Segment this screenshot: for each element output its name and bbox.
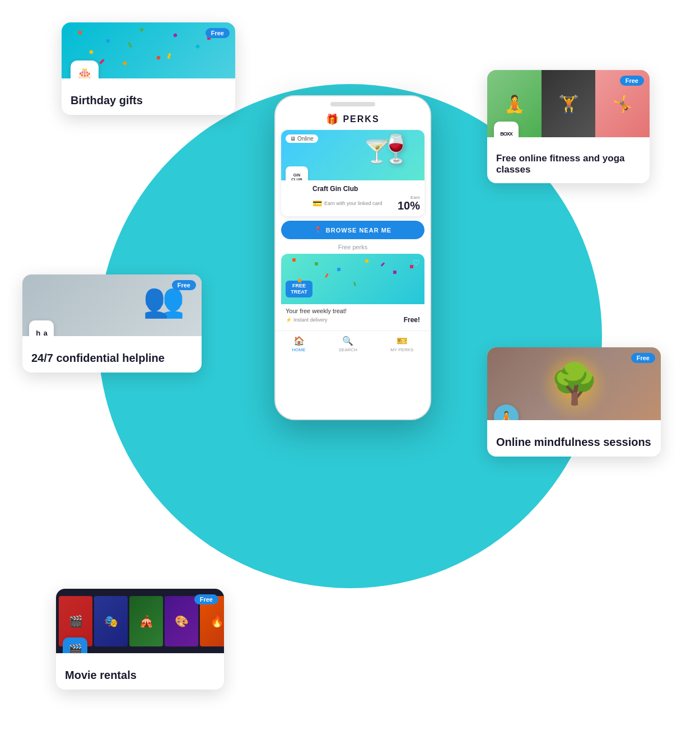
nav-search[interactable]: 🔍 SEARCH xyxy=(339,336,357,352)
helpline-title: 24/7 confidential helpline xyxy=(31,352,193,365)
mindfulness-logo: 🧘 xyxy=(494,404,519,420)
mindfulness-card-image: 🌳 Free 🧘 xyxy=(487,347,661,420)
helpline-free-badge: Free xyxy=(172,280,196,290)
phone-nav: 🏠 HOME 🔍 SEARCH 🎫 MY PERKS xyxy=(276,331,430,355)
free-treat-card[interactable]: ♡ FREE TREAT Your free weekly treat! ⚡ I… xyxy=(281,254,424,327)
mindfulness-free-badge: Free xyxy=(631,353,655,363)
phone-mockup: 🎁 PERKS 🖥 Online GINCLUB Craft Gin Club xyxy=(274,95,431,420)
perks-title: PERKS xyxy=(343,114,379,124)
search-icon: 🔍 xyxy=(342,336,353,346)
movies-title: Movie rentals xyxy=(65,669,215,682)
free-perks-label: Free perks xyxy=(281,244,424,250)
browse-btn-label: BROWSE NEAR ME xyxy=(326,227,391,234)
movies-logo: 🎬 xyxy=(63,637,87,653)
movies-free-badge: Free xyxy=(194,594,218,604)
birthday-free-badge: Free xyxy=(206,28,230,38)
mindfulness-card-body: Online mindfulness sessions xyxy=(487,420,661,457)
online-badge: 🖥 Online xyxy=(286,134,318,143)
fitness-title: Free online fitness and yoga classes xyxy=(496,153,641,175)
helpline-logo: h_a xyxy=(29,320,54,336)
mindfulness-tree: 🌳 xyxy=(550,361,599,407)
delivery-info: ⚡ Instant delivery xyxy=(286,317,328,323)
nav-my-perks[interactable]: 🎫 MY PERKS xyxy=(390,336,413,352)
gin-logo: GINCLUB xyxy=(286,166,308,180)
craft-gin-title: Craft Gin Club xyxy=(312,185,420,193)
heart-icon[interactable]: ♡ xyxy=(413,258,420,267)
birthday-title: Birthday gifts xyxy=(71,94,226,107)
movies-card-body: Movie rentals xyxy=(56,653,224,690)
treat-confetti xyxy=(281,254,424,304)
fitness-card[interactable]: 🧘 🏋️ 🤸 Free BOXX Free online fitness and… xyxy=(487,70,650,183)
mindfulness-title: Online mindfulness sessions xyxy=(496,436,652,449)
home-icon: 🏠 xyxy=(293,336,305,346)
treat-image-area: ♡ FREE TREAT xyxy=(281,254,424,304)
card-icon: 💳 xyxy=(312,199,322,208)
craft-gin-card[interactable]: 🖥 Online GINCLUB Craft Gin Club 💳 Earn w… xyxy=(281,130,424,216)
birthday-card[interactable]: Free 🎂 Birthday gifts xyxy=(62,22,235,115)
nav-search-label: SEARCH xyxy=(339,347,357,352)
birthday-logo: 🎂 xyxy=(71,60,99,78)
location-icon: 📍 xyxy=(314,226,323,234)
my-perks-icon: 🎫 xyxy=(396,336,408,346)
fitness-img-2: 🏋️ xyxy=(542,70,596,137)
fitness-card-image: 🧘 🏋️ 🤸 Free BOXX xyxy=(487,70,650,137)
mindfulness-card[interactable]: 🌳 Free 🧘 Online mindfulness sessions xyxy=(487,347,661,457)
craft-gin-image: 🖥 Online GINCLUB xyxy=(281,130,424,180)
birthday-card-body: Birthday gifts xyxy=(62,78,235,115)
fitness-logo: BOXX xyxy=(494,122,519,137)
nav-home-label: HOME xyxy=(292,347,306,352)
treat-body: Your free weekly treat! ⚡ Instant delive… xyxy=(281,304,424,327)
browse-near-me-button[interactable]: 📍 BROWSE NEAR ME xyxy=(281,221,424,239)
movies-card[interactable]: 🎬 🎭 🎪 🎨 🔥 Free 🎬 Movie rentals xyxy=(56,589,224,690)
movie-thumb-3: 🎪 xyxy=(129,596,163,646)
movie-thumb-2: 🎭 xyxy=(94,596,128,646)
perks-icon: 🎁 xyxy=(326,113,338,125)
movie-thumb-4: 🎨 xyxy=(165,596,198,646)
fitness-free-badge: Free xyxy=(620,76,644,86)
phone-notch xyxy=(330,102,375,106)
lightning-icon: ⚡ xyxy=(286,317,292,323)
nav-perks-label: MY PERKS xyxy=(390,347,413,352)
treat-title: Your free weekly treat! xyxy=(286,308,420,314)
craft-gin-body: Craft Gin Club 💳 Earn with your linked c… xyxy=(281,180,424,216)
earn-percent: 10% xyxy=(398,199,420,212)
craft-gin-earn-row: 💳 Earn with your linked card Earn 10% xyxy=(312,195,420,212)
birthday-card-image: Free 🎂 xyxy=(62,22,235,78)
helpline-card-image: Free h_a xyxy=(22,274,202,336)
helpline-card[interactable]: Free h_a 24/7 confidential helpline xyxy=(22,274,202,373)
free-price: Free! xyxy=(404,316,420,324)
fitness-card-body: Free online fitness and yoga classes xyxy=(487,137,650,183)
earn-left: 💳 Earn with your linked card xyxy=(312,199,382,208)
nav-home[interactable]: 🏠 HOME xyxy=(292,336,306,352)
helpline-card-body: 24/7 confidential helpline xyxy=(22,336,202,373)
phone-header: 🎁 PERKS xyxy=(276,106,430,130)
scene: Free 🎂 Birthday gifts 🧘 🏋️ 🤸 Free BOXX F… xyxy=(0,0,700,740)
movies-card-image: 🎬 🎭 🎪 🎨 🔥 Free 🎬 xyxy=(56,589,224,653)
linked-card-text: Earn with your linked card xyxy=(324,201,382,206)
phone-content: 🖥 Online GINCLUB Craft Gin Club 💳 Earn w… xyxy=(276,130,430,327)
treat-bottom-row: ⚡ Instant delivery Free! xyxy=(286,316,420,324)
earn-right: Earn 10% xyxy=(398,195,420,212)
